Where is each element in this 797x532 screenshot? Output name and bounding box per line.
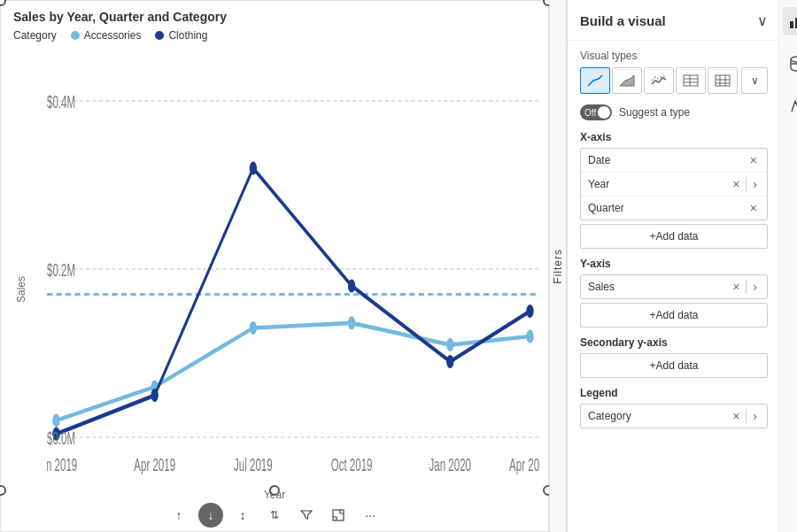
x-axis-quarter-row: Quarter × (581, 197, 767, 220)
svg-point-38 (791, 57, 798, 62)
vt-line2-button[interactable] (644, 67, 674, 94)
legend-dot-accessories (71, 31, 80, 40)
svg-text:Apr 2020: Apr 2020 (509, 454, 539, 475)
y-axis-sales-field: Sales (588, 281, 730, 293)
y-axis-section: Y-axis Sales × › +Add data (568, 252, 778, 331)
visualizations-icon-button[interactable] (783, 7, 798, 35)
legend-fields: Category × › (580, 404, 768, 428)
svg-rect-30 (716, 75, 730, 86)
panel-title: Build a visual (580, 13, 666, 28)
toggle-circle (598, 106, 610, 119)
svg-point-11 (151, 389, 158, 402)
filters-panel: Filters (549, 0, 567, 532)
remove-quarter-button[interactable]: × (747, 201, 760, 215)
vt-area-button[interactable] (612, 67, 642, 94)
sales-divider (746, 280, 747, 294)
x-axis-year-row: Year × › (581, 173, 767, 197)
panel-controls: ∨ (754, 9, 771, 33)
svg-point-9 (526, 329, 533, 343)
x-axis-quarter-actions: × (747, 201, 760, 215)
x-axis-section-label: X-axis (580, 131, 768, 143)
svg-point-15 (526, 305, 533, 318)
chart-title: Sales by Year, Quarter and Category (1, 1, 548, 27)
svg-text:$0.0M: $0.0M (47, 428, 75, 449)
chart-toolbar: ↑ ↓ ↕ ⇅ ··· (166, 503, 383, 528)
sort-up-button[interactable]: ↑ (166, 503, 191, 528)
x-axis-quarter-field: Quarter (588, 202, 747, 214)
year-arrow-button[interactable]: › (750, 177, 760, 191)
sort-plain-button[interactable]: ↕ (230, 503, 255, 528)
svg-point-8 (446, 338, 453, 351)
svg-point-4 (52, 413, 59, 427)
toggle-off-label: Off (584, 108, 596, 118)
expand-button[interactable] (326, 503, 351, 528)
svg-text:Jan 2019: Jan 2019 (47, 454, 77, 475)
legend-category-label: Category (13, 29, 57, 42)
vt-matrix-button[interactable] (708, 67, 738, 94)
right-panel-scroll: Visual types ∨ (568, 41, 778, 532)
suggest-type-toggle[interactable]: Off (580, 104, 612, 120)
chart-svg: $0.4M $0.2M $0.0M Jan 2019 Apr 2019 Jul … (47, 50, 539, 505)
visual-types-row: ∨ (580, 67, 768, 94)
legend-section-label: Legend (580, 387, 768, 399)
chart-area: Sales (1, 47, 548, 531)
sort-down-circle-button[interactable]: ↓ (198, 503, 223, 528)
vt-table-button[interactable] (676, 67, 706, 94)
x-axis-year-field: Year (588, 178, 730, 190)
x-axis-fields: Date × Year × › Quarter × (580, 148, 768, 220)
format-icon-button[interactable] (783, 92, 798, 120)
far-right-panel (778, 0, 797, 532)
y-axis-sales-row: Sales × › (581, 275, 767, 298)
legend-item-clothing: Clothing (155, 29, 207, 42)
filters-label: Filters (552, 249, 564, 284)
filter-button[interactable] (294, 503, 319, 528)
legend-category-row: Category × › (581, 405, 767, 428)
secondary-y-add-data-button[interactable]: +Add data (580, 353, 768, 378)
remove-sales-button[interactable]: × (730, 280, 742, 294)
category-arrow-button[interactable]: › (750, 409, 760, 423)
chart-panel: Sales by Year, Quarter and Category Cate… (0, 0, 549, 532)
secondary-y-section: Secondary y-axis +Add data (568, 331, 778, 382)
y-axis-sales-actions: × › (730, 280, 760, 294)
chart-legend: Category Accessories Clothing (1, 27, 548, 47)
svg-point-12 (250, 161, 257, 174)
y-axis-add-data-button[interactable]: +Add data (580, 303, 768, 328)
x-axis-add-data-button[interactable]: +Add data (580, 224, 768, 249)
svg-text:$0.4M: $0.4M (47, 91, 75, 112)
svg-rect-25 (333, 510, 344, 520)
panel-header: Build a visual ∨ (568, 0, 778, 41)
legend-label-accessories: Accessories (84, 29, 142, 42)
resize-handle-bl[interactable] (0, 485, 6, 496)
legend-dot-clothing (155, 31, 164, 40)
vt-more-dropdown[interactable]: ∨ (741, 67, 768, 94)
svg-rect-35 (790, 21, 793, 28)
suggest-type-row: Off Suggest a type (568, 99, 778, 126)
panel-chevron-down[interactable]: ∨ (754, 9, 771, 33)
svg-point-6 (250, 321, 257, 335)
sort-az-button[interactable]: ⇅ (262, 503, 287, 528)
resize-handle-bm[interactable] (269, 485, 280, 496)
svg-text:Jan 2020: Jan 2020 (429, 454, 471, 475)
x-axis-date-actions: × (747, 153, 760, 167)
category-divider (746, 409, 747, 423)
secondary-y-label: Secondary y-axis (580, 336, 768, 349)
legend-section: Legend Category × › (568, 382, 778, 434)
svg-text:$0.2M: $0.2M (47, 259, 75, 281)
vt-line-button[interactable] (580, 67, 610, 94)
remove-date-button[interactable]: × (747, 153, 760, 167)
y-axis-fields: Sales × › (580, 274, 768, 299)
legend-category-field: Category (588, 410, 730, 422)
svg-point-13 (348, 279, 355, 292)
legend-label-clothing: Clothing (168, 29, 207, 42)
visual-types-label: Visual types (580, 50, 768, 62)
sales-arrow-button[interactable]: › (750, 280, 760, 294)
remove-category-button[interactable]: × (730, 409, 742, 423)
year-divider (746, 177, 747, 191)
more-options-button[interactable]: ··· (358, 503, 383, 528)
data-icon-button[interactable] (783, 50, 798, 78)
remove-year-button[interactable]: × (730, 177, 742, 191)
suggest-type-label: Suggest a type (619, 106, 690, 119)
svg-text:Oct 2019: Oct 2019 (331, 454, 373, 475)
legend-item-accessories: Accessories (71, 29, 142, 42)
legend-category-actions: × › (730, 409, 760, 423)
